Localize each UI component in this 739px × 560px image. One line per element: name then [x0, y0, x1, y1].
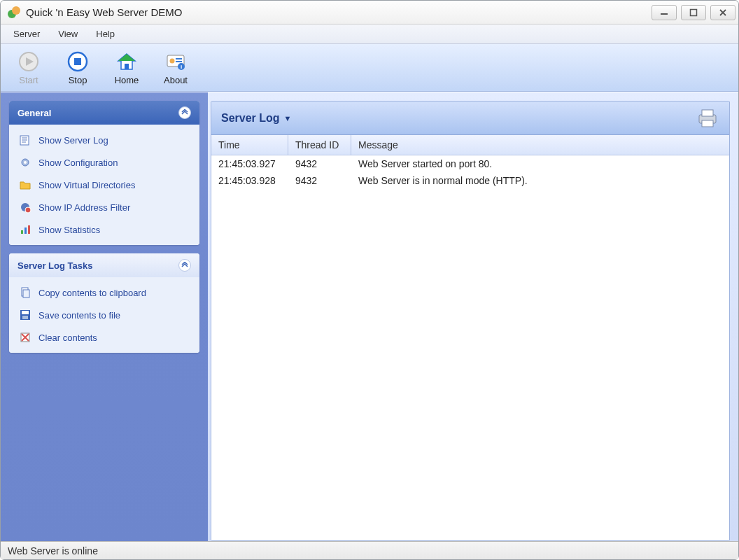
svg-rect-5	[74, 58, 81, 65]
menu-help[interactable]: Help	[87, 26, 123, 42]
stop-label: Stop	[69, 75, 87, 85]
sidebar-item-statistics[interactable]: Show Statistics	[12, 218, 197, 241]
chevron-down-icon: ▼	[284, 114, 292, 122]
svg-text:i: i	[181, 64, 182, 70]
cell-time: 21:45:03.928	[211, 174, 288, 188]
close-button[interactable]	[710, 5, 736, 20]
app-window: Quick 'n Easy Web Server DEMO Server Vie…	[0, 0, 739, 560]
svg-rect-0	[661, 13, 668, 15]
sidebar-item-server-log[interactable]: Show Server Log	[12, 129, 197, 151]
log-table-header: Time Thread ID Message	[211, 135, 729, 155]
maximize-icon	[689, 8, 698, 17]
task-save-file[interactable]: Save contents to file	[12, 304, 197, 326]
svg-point-19	[25, 207, 31, 213]
task-copy-clipboard[interactable]: Copy contents to clipboard	[12, 281, 197, 304]
svg-rect-11	[176, 58, 182, 59]
maximize-button[interactable]	[681, 5, 706, 20]
content-header: Server Log ▼	[211, 102, 729, 135]
cell-thread: 9432	[288, 174, 351, 188]
minimize-icon	[660, 8, 668, 17]
folder-icon	[19, 178, 31, 191]
copy-icon	[19, 286, 31, 299]
panel-general: General Show Server Log Show Configurati…	[9, 101, 199, 245]
svg-rect-24	[23, 290, 29, 298]
sidebar-item-configuration[interactable]: Show Configuration	[12, 151, 197, 174]
chart-icon	[19, 223, 31, 236]
panel-general-header[interactable]: General	[9, 101, 199, 125]
svg-point-10	[170, 58, 175, 63]
save-icon	[19, 309, 31, 321]
svg-rect-1	[691, 9, 697, 15]
clear-icon	[19, 331, 31, 344]
table-row[interactable]: 21:45:03.927 9432 Web Server started on …	[211, 155, 729, 172]
window-title: Quick 'n Easy Web Server DEMO	[26, 6, 652, 18]
filter-icon	[19, 201, 31, 214]
titlebar: Quick 'n Easy Web Server DEMO	[1, 1, 738, 24]
printer-icon[interactable]	[696, 108, 719, 129]
svg-rect-30	[702, 110, 713, 116]
content-title-dropdown[interactable]: Server Log ▼	[221, 112, 291, 125]
stop-button[interactable]: Stop	[59, 50, 96, 85]
svg-rect-8	[125, 64, 129, 69]
panel-general-title: General	[17, 108, 51, 118]
panel-general-body: Show Server Log Show Configuration Show …	[9, 125, 199, 245]
col-message-header[interactable]: Message	[351, 135, 729, 155]
menu-view[interactable]: View	[50, 26, 86, 42]
sidebar-item-label: Show IP Address Filter	[38, 202, 130, 213]
content-card: Server Log ▼ Time Thread ID Message 21:4…	[211, 101, 730, 541]
sidebar-item-label: Show Server Log	[38, 135, 108, 146]
log-icon	[19, 134, 31, 146]
statusbar: Web Server is online	[1, 541, 738, 559]
svg-rect-21	[24, 227, 27, 234]
start-label: Start	[19, 75, 38, 85]
task-clear-contents[interactable]: Clear contents	[12, 326, 197, 349]
start-button[interactable]: Start	[10, 50, 47, 85]
cell-message: Web Server started on port 80.	[351, 157, 729, 171]
minimize-button[interactable]	[652, 5, 677, 20]
sidebar: General Show Server Log Show Configurati…	[1, 92, 208, 541]
panel-tasks-header[interactable]: Server Log Tasks	[9, 253, 199, 277]
body-area: General Show Server Log Show Configurati…	[1, 92, 738, 541]
cell-message: Web Server is in normal mode (HTTP).	[351, 174, 729, 188]
table-row[interactable]: 21:45:03.928 9432 Web Server is in norma…	[211, 172, 729, 189]
svg-rect-31	[702, 120, 713, 127]
menubar: Server View Help	[1, 24, 738, 44]
chevron-up-icon	[181, 262, 188, 269]
panel-tasks-body: Copy contents to clipboard Save contents…	[9, 277, 199, 353]
sidebar-item-label: Show Statistics	[38, 225, 100, 235]
content-title-text: Server Log	[221, 112, 280, 125]
svg-rect-20	[21, 230, 23, 234]
col-time-header[interactable]: Time	[211, 135, 288, 155]
cell-thread: 9432	[288, 157, 351, 171]
task-label: Save contents to file	[38, 310, 120, 321]
task-label: Copy contents to clipboard	[38, 288, 146, 298]
about-label: About	[164, 75, 188, 85]
chevron-up-icon	[181, 109, 188, 116]
home-label: Home	[115, 75, 139, 85]
home-icon	[115, 50, 138, 73]
sidebar-item-virtual-dirs[interactable]: Show Virtual Directories	[12, 174, 197, 196]
col-thread-header[interactable]: Thread ID	[288, 135, 351, 155]
collapse-tasks-button[interactable]	[178, 259, 191, 272]
svg-rect-27	[22, 316, 28, 319]
sidebar-item-ip-filter[interactable]: Show IP Address Filter	[12, 196, 197, 218]
sidebar-item-label: Show Virtual Directories	[38, 180, 135, 190]
menu-server[interactable]: Server	[5, 26, 48, 42]
close-icon	[719, 8, 727, 17]
home-button[interactable]: Home	[108, 50, 145, 85]
app-icon	[8, 6, 20, 19]
about-icon: i	[164, 50, 187, 73]
svg-rect-26	[22, 311, 29, 314]
play-icon	[17, 50, 40, 73]
stop-icon	[66, 50, 89, 73]
about-button[interactable]: i About	[157, 50, 194, 85]
svg-point-17	[24, 161, 27, 164]
log-table-body[interactable]: 21:45:03.927 9432 Web Server started on …	[211, 155, 729, 540]
task-label: Clear contents	[38, 332, 97, 343]
status-text: Web Server is online	[8, 545, 98, 556]
cell-time: 21:45:03.927	[211, 157, 288, 171]
collapse-general-button[interactable]	[178, 106, 191, 119]
panel-tasks-title: Server Log Tasks	[17, 260, 92, 271]
svg-rect-12	[176, 61, 182, 62]
main-pane: Server Log ▼ Time Thread ID Message 21:4…	[208, 92, 738, 541]
